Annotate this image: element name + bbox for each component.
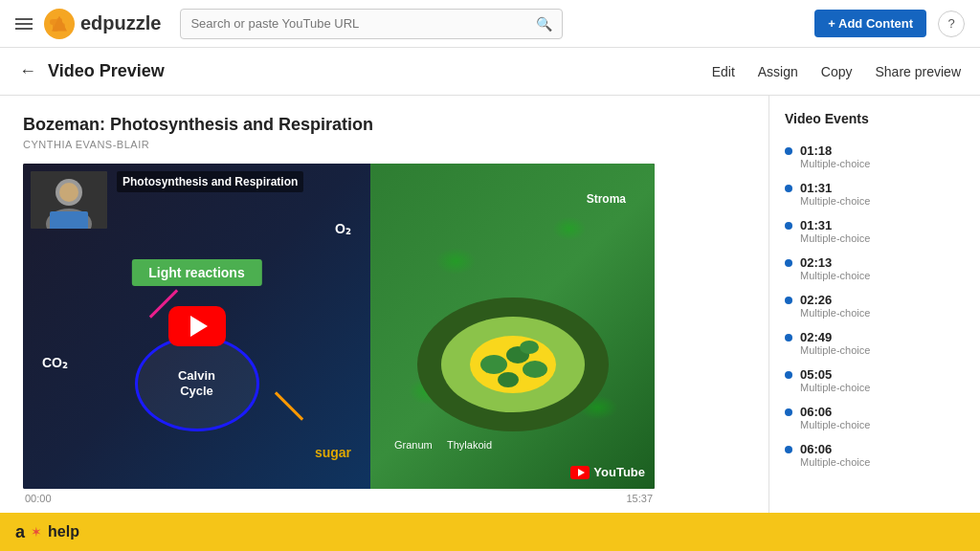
event-dot-1 [785,185,792,192]
video-thumbnail[interactable]: Photosynthesis and Respiration Light rea… [23,164,655,489]
video-timebar: 00:00 15:37 [23,493,655,504]
edit-link[interactable]: Edit [712,64,735,79]
event-type-8: Multiple-choice [800,456,870,468]
cells-background: Stroma [370,164,655,489]
event-time-7: 06:06 [800,405,870,419]
svg-point-9 [498,372,519,387]
page-header: ← Video Preview Edit Assign Copy Share p… [0,48,980,96]
event-time-3: 02:13 [800,255,870,270]
search-input[interactable] [190,16,536,31]
svg-point-10 [520,341,539,354]
bottom-bar: a ✶ help [0,513,980,551]
search-bar[interactable]: 🔍 [180,9,563,39]
video-inner: Photosynthesis and Respiration Light rea… [23,164,655,489]
events-container: 01:18 Multiple-choice 01:31 Multiple-cho… [769,138,980,474]
top-nav: edpuzzle 🔍 + Add Content ? [0,0,980,48]
event-info-1: 01:31 Multiple-choice [800,181,870,207]
event-time-4: 02:26 [800,293,870,307]
chloroplast-inner [441,317,585,412]
time-start: 00:00 [25,493,52,504]
calvin-cycle-circle: CalvinCycle [135,336,259,431]
photosynthesis-diagram: Light reactions O₂ CO₂ CalvinCycle [23,164,370,489]
event-info-3: 02:13 Multiple-choice [800,255,870,281]
logo: edpuzzle [44,9,161,39]
svg-point-8 [523,361,547,378]
calvin-cycle-label: CalvinCycle [178,368,215,398]
event-info-2: 01:31 Multiple-choice [800,218,870,244]
event-dot-4 [785,297,792,304]
event-type-6: Multiple-choice [800,382,870,393]
sugar-label: sugar [315,445,351,460]
hamburger-menu[interactable] [15,15,33,33]
stroma-label: Stroma [587,192,626,206]
thylakoid-label: Thylakoid [447,439,492,451]
youtube-logo: YouTube [570,465,645,479]
svg-point-6 [480,355,507,374]
chloroplast-center [470,336,556,393]
video-left-panel: Photosynthesis and Respiration Light rea… [23,164,370,489]
sidebar-title: Video Events [769,107,980,138]
video-author: CYNTHIA EVANS-BLAIR [23,139,746,150]
event-time-1: 01:31 [800,181,870,195]
event-time-6: 05:05 [800,367,870,382]
event-type-3: Multiple-choice [800,270,870,281]
ahelp-logo: a ✶ help [15,522,79,542]
event-dot-3 [785,259,792,267]
youtube-text: YouTube [593,465,645,479]
add-content-button[interactable]: + Add Content [814,10,926,37]
event-time-2: 01:31 [800,218,870,232]
youtube-icon [570,466,590,479]
ahelp-star: ✶ [31,524,42,540]
event-type-5: Multiple-choice [800,344,870,356]
event-time-8: 06:06 [800,442,870,456]
arrow-orange [274,391,302,420]
event-item-2[interactable]: 01:31 Multiple-choice [769,212,980,250]
sidebar: Video Events 01:18 Multiple-choice 01:31… [769,96,980,513]
share-preview-link[interactable]: Share preview [876,64,962,79]
co2-label: CO₂ [42,355,68,370]
back-button[interactable]: ← [19,61,36,81]
youtube-play-button[interactable] [168,306,226,346]
event-time-5: 02:49 [800,330,870,344]
granum-label: Granum [394,439,433,451]
event-item-3[interactable]: 02:13 Multiple-choice [769,250,980,287]
logo-icon [44,9,75,39]
event-dot-8 [785,446,792,453]
event-dot-0 [785,147,792,155]
help-button[interactable]: ? [938,11,965,37]
event-type-7: Multiple-choice [800,419,870,430]
ahelp-text: help [48,523,79,540]
event-item-4[interactable]: 02:26 Multiple-choice [769,287,980,324]
event-type-0: Multiple-choice [800,158,870,169]
event-item-0[interactable]: 01:18 Multiple-choice [769,138,980,175]
copy-link[interactable]: Copy [821,64,853,79]
event-item-6[interactable]: 05:05 Multiple-choice [769,362,980,399]
content-area: Bozeman: Photosynthesis and Respiration … [0,96,769,513]
event-item-8[interactable]: 06:06 Multiple-choice [769,436,980,474]
page-actions: Edit Assign Copy Share preview [712,64,961,79]
main-layout: Bozeman: Photosynthesis and Respiration … [0,96,980,513]
event-type-1: Multiple-choice [800,195,870,207]
event-item-5[interactable]: 02:49 Multiple-choice [769,324,980,362]
event-dot-2 [785,222,792,230]
event-info-0: 01:18 Multiple-choice [800,143,870,169]
light-reactions-label: Light reactions [131,259,261,286]
event-item-7[interactable]: 06:06 Multiple-choice [769,399,980,436]
event-info-6: 05:05 Multiple-choice [800,367,870,393]
event-dot-6 [785,371,792,379]
page-title: Video Preview [48,61,712,81]
event-time-0: 01:18 [800,143,870,158]
video-title: Bozeman: Photosynthesis and Respiration [23,115,746,135]
event-item-1[interactable]: 01:31 Multiple-choice [769,175,980,212]
event-info-8: 06:06 Multiple-choice [800,442,870,468]
o2-label: O₂ [335,221,351,236]
event-info-5: 02:49 Multiple-choice [800,330,870,356]
event-dot-7 [785,408,792,416]
chloroplast-outer [417,298,609,431]
event-type-2: Multiple-choice [800,232,870,244]
event-info-7: 06:06 Multiple-choice [800,405,870,430]
search-icon: 🔍 [536,16,552,32]
assign-link[interactable]: Assign [758,64,798,79]
logo-text: edpuzzle [80,12,161,34]
time-end: 15:37 [626,493,653,504]
